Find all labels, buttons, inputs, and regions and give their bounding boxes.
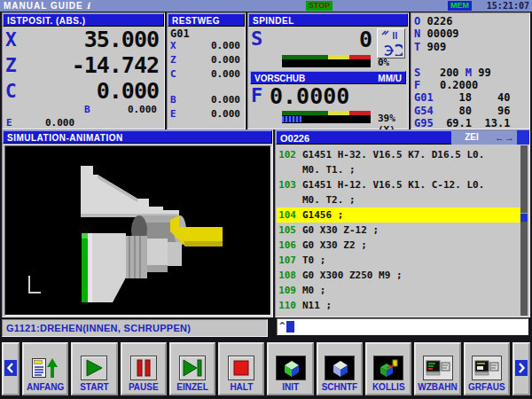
line-text: G0 X300 Z250 M9 ; — [296, 268, 403, 283]
program-scrollbar[interactable] — [520, 145, 528, 316]
b-axis-row: B 0.000 — [3, 104, 164, 117]
restweg-row — [168, 82, 245, 94]
line-number: 109 — [277, 283, 296, 298]
scroll-arrows-icon[interactable]: ←→ — [492, 130, 517, 145]
axis-value: -14.742 — [72, 52, 159, 78]
b-axis-value: 0.000 — [128, 104, 157, 115]
workpiece-3d-view — [5, 146, 270, 315]
status-badge: STOP — [306, 1, 332, 11]
feed-meter-fill — [282, 116, 301, 122]
program-line[interactable]: 108G0 X300 Z250 M9 ; — [277, 268, 522, 283]
program-panel: O0226 ZEI ←→ 102G1451 H-32. V16.5 K7. D1… — [275, 129, 530, 317]
program-line[interactable]: M0. T1. ; — [277, 162, 522, 177]
spindle-load-percent: 0% — [378, 57, 389, 68]
restweg-row: C0.000 — [168, 68, 245, 82]
softkey-start[interactable]: START — [71, 342, 117, 395]
softkey-page-right[interactable] — [512, 342, 530, 395]
softkey-label: KOLLIS — [372, 382, 405, 393]
line-number — [277, 192, 296, 207]
program-line[interactable]: 107T0 ; — [277, 253, 522, 268]
program-line[interactable]: M0. T2. ; — [277, 192, 522, 207]
app-title: MANUAL GUIDE i — [4, 0, 90, 12]
edit-mode-label: ZEI — [451, 130, 492, 145]
feed-header-label: VORSCHUB — [254, 72, 305, 83]
softkey-bar: ANFANGSTARTPAUSEEINZELHALTINITSCHNTFKOLL… — [2, 342, 530, 395]
program-line[interactable]: 102G1451 H-32. V16.5 K7. D16.5 L0. — [277, 147, 522, 162]
program-line[interactable]: 110N11 ; — [277, 298, 522, 313]
arrow-right-icon — [515, 360, 528, 376]
single-step-icon — [179, 356, 206, 380]
scrollbar-thumb[interactable] — [520, 213, 528, 222]
restweg-panel-header: RESTWEG — [168, 13, 245, 27]
spindle-panel-header: SPINDEL — [248, 13, 408, 27]
restweg-rows: X0.000Z0.000C0.000B0.000E0.000 — [168, 40, 245, 122]
program-line[interactable]: 111T1111 ; — [277, 313, 522, 316]
axis-value: 35.000 — [84, 27, 159, 52]
softkey-page-left[interactable] — [2, 342, 20, 395]
input-cursor — [286, 321, 294, 332]
line-number: 106 — [277, 238, 296, 253]
softkey-label: INIT — [282, 382, 299, 393]
restweg-label: B — [170, 94, 176, 106]
mode-badge: MEM — [448, 1, 472, 11]
program-line[interactable]: 109M0 ; — [277, 283, 522, 298]
mdi-input-line[interactable]: ^ — [277, 318, 528, 335]
line-text: M0. T2. ; — [296, 192, 356, 207]
modal-row: G95 69.1 13.1 — [411, 117, 529, 129]
feed-rate-row: F 0.0000 — [248, 84, 408, 111]
line-text: M0. T1. ; — [296, 162, 356, 177]
softkey-kollis[interactable]: KOLLIS — [365, 342, 411, 395]
restweg-value: 0.000 — [211, 54, 240, 66]
program-line[interactable]: 103G1451 H-12. V16.5 K1. C-12. L0. — [277, 177, 522, 192]
program-line-active[interactable]: 104G1456 ; — [277, 207, 522, 223]
restweg-value: 0.000 — [211, 68, 240, 80]
e-axis-label: E — [6, 117, 12, 129]
line-text: G1456 ; — [296, 207, 343, 223]
s-label: S — [251, 27, 262, 50]
softkey-label: PAUSE — [129, 382, 159, 393]
axis-value: 0.000 — [97, 78, 159, 104]
line-text: G0 X30 Z-12 ; — [296, 223, 379, 238]
line-number: 103 — [277, 177, 296, 192]
arrow-left-icon — [4, 360, 17, 376]
softkey-grfaus[interactable]: GRFAUS — [464, 342, 510, 395]
program-name: O0226 — [276, 130, 451, 145]
line-number: 111 — [277, 313, 296, 316]
program-listing: 102G1451 H-32. V16.5 K7. D16.5 L0.M0. T1… — [277, 145, 522, 316]
e-axis-value: 0.000 — [45, 117, 74, 129]
softkey-einzel[interactable]: EINZEL — [169, 342, 215, 395]
softkey-schntf[interactable]: SCHNTF — [317, 342, 363, 395]
line-number: 102 — [277, 147, 296, 162]
softkey-label: EINZEL — [176, 382, 208, 393]
softkey-init[interactable]: INIT — [267, 342, 313, 395]
restweg-row: B0.000 — [168, 94, 245, 108]
graphics-screen-icon — [472, 356, 502, 380]
cube-collision-icon — [373, 356, 403, 380]
modal-row: S 200 M 99 — [411, 66, 529, 79]
restweg-value: 0.000 — [211, 108, 240, 120]
line-number: 108 — [277, 268, 296, 283]
simulation-canvas — [4, 145, 271, 316]
softkey-halt[interactable]: HALT — [218, 342, 264, 395]
feed-unit-label: MM/U — [378, 72, 402, 83]
program-line[interactable]: 105G0 X30 Z-12 ; — [277, 223, 522, 238]
position-axes: X35.000Z-14.742C0.000 — [3, 27, 164, 104]
axis-row-z: Z-14.742 — [3, 52, 164, 78]
line-number: 107 — [277, 253, 296, 268]
softkey-pause[interactable]: PAUSE — [121, 342, 167, 395]
modal-row: F 0.2000 — [411, 79, 529, 91]
line-text: G1451 H-12. V16.5 K1. C-12. L0. — [296, 177, 484, 192]
softkey-label: ANFANG — [27, 382, 64, 393]
modal-row: O 0226 — [411, 15, 529, 27]
softkey-anfang[interactable]: ANFANG — [22, 342, 68, 395]
spindle-load-meter: 0% — [282, 55, 408, 70]
line-number: 104 — [277, 207, 296, 223]
line-number — [277, 162, 296, 177]
program-line[interactable]: 106G0 X30 Z2 ; — [277, 238, 522, 253]
f-label: F — [251, 84, 262, 106]
softkey-wzbahn[interactable]: WZBAHN — [414, 342, 460, 395]
modal-panel-rows: O 0226N 00009T 909S 200 M 99F 0.2000G01 … — [411, 13, 529, 130]
restweg-row: Z0.000 — [168, 54, 245, 68]
feed-load-meter: 39%(X) — [282, 111, 408, 126]
modal-row — [411, 53, 529, 66]
